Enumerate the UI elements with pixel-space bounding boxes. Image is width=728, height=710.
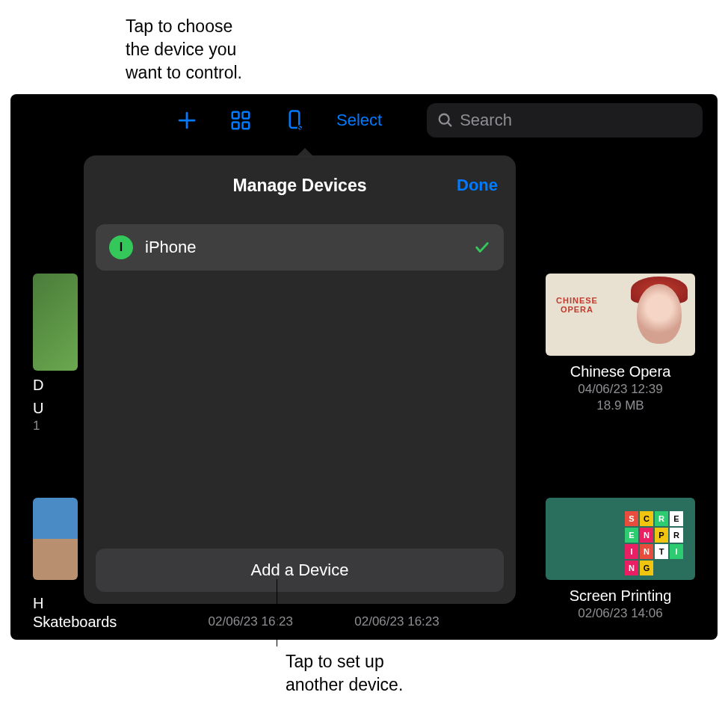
presentation-item-chinese-opera[interactable]: CHINESE OPERA Chinese Opera 04/06/23 12:… bbox=[546, 274, 695, 413]
popover-title: Manage Devices bbox=[233, 176, 367, 196]
item-title: Chinese Opera bbox=[546, 363, 695, 380]
item-date: 04/06/23 12:39 bbox=[546, 382, 695, 397]
item-date: 02/06/23 16:23 bbox=[354, 614, 439, 629]
add-device-button[interactable]: Add a Device bbox=[96, 549, 504, 592]
thumbnail: S C R E E N P R I N T I N G bbox=[546, 498, 695, 580]
svg-rect-6 bbox=[290, 111, 300, 129]
callout-line-bottom bbox=[277, 579, 277, 646]
grid-icon[interactable] bbox=[229, 108, 253, 132]
search-icon bbox=[437, 112, 454, 129]
thumb-text: CHINESE OPERA bbox=[556, 296, 598, 314]
toolbar: Select Search bbox=[10, 94, 718, 146]
callout-top: Tap to choose the device you want to con… bbox=[126, 15, 242, 84]
search-placeholder: Search bbox=[460, 111, 512, 130]
checkmark-icon bbox=[474, 239, 490, 256]
done-button[interactable]: Done bbox=[457, 176, 498, 195]
svg-rect-4 bbox=[232, 123, 239, 129]
item-title: Skateboards bbox=[33, 614, 117, 631]
popover-arrow bbox=[296, 148, 314, 157]
remote-icon[interactable] bbox=[283, 108, 306, 132]
item-size: 18.9 MB bbox=[546, 398, 695, 413]
thumbnail bbox=[33, 498, 78, 580]
thumbnail bbox=[33, 274, 78, 371]
device-badge: I bbox=[109, 235, 133, 259]
device-row-iphone[interactable]: I iPhone bbox=[96, 224, 504, 271]
svg-rect-3 bbox=[243, 112, 250, 119]
callout-bottom: Tap to set up another device. bbox=[286, 650, 403, 697]
device-frame: Select Search D U 1 CHINESE OPERA Chines… bbox=[10, 94, 718, 640]
search-bar[interactable]: Search bbox=[427, 103, 703, 138]
popover-header: Manage Devices Done bbox=[96, 169, 504, 202]
thumbnail: CHINESE OPERA bbox=[546, 274, 695, 356]
manage-devices-popover: Manage Devices Done I iPhone Add a Devic… bbox=[84, 155, 516, 604]
svg-rect-5 bbox=[243, 123, 250, 129]
svg-rect-2 bbox=[232, 112, 239, 119]
item-date: 02/06/23 16:23 bbox=[209, 614, 293, 629]
select-button[interactable]: Select bbox=[336, 111, 382, 130]
svg-line-9 bbox=[448, 123, 451, 126]
device-name: iPhone bbox=[145, 238, 474, 257]
add-icon[interactable] bbox=[175, 108, 199, 132]
